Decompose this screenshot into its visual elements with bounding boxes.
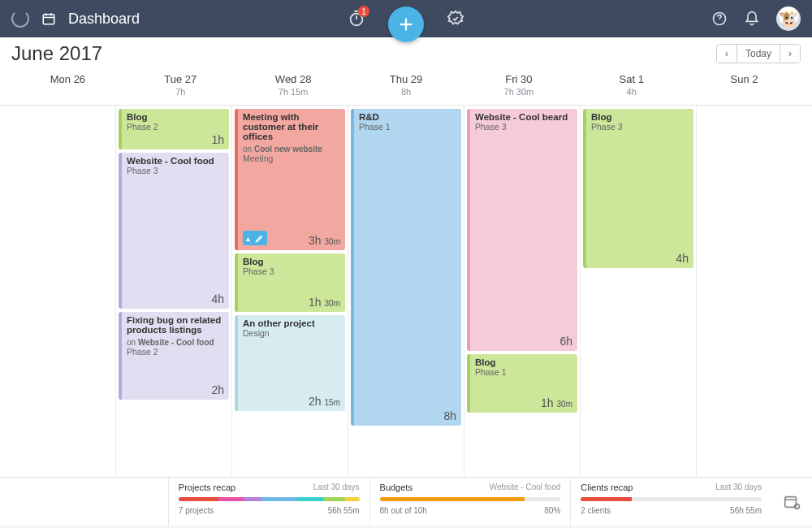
- pencil-icon[interactable]: [255, 234, 264, 243]
- event-duration: 1h: [211, 133, 224, 146]
- day-hours: 7h 15m: [237, 87, 350, 97]
- panel-meta: Last 30 days: [313, 483, 360, 492]
- event-card[interactable]: Fixing bug on related products listings …: [119, 312, 229, 400]
- day-header-row: Mon 26 Tue 277h Wed 287h 15m Thu 298h Fr…: [11, 70, 801, 105]
- day-column[interactable]: Blog Phase 2 1h Website - Cool food Phas…: [116, 106, 232, 477]
- event-sub: Phase 3: [127, 166, 224, 175]
- event-card[interactable]: R&D Phase 1 8h: [351, 109, 461, 426]
- event-on-prefix: on: [127, 338, 138, 347]
- panel-right: 80%: [544, 506, 560, 515]
- timer-button[interactable]: 1: [346, 8, 367, 29]
- bell-icon[interactable]: [744, 11, 760, 27]
- collapse-icon[interactable]: ▴: [246, 234, 250, 243]
- event-card[interactable]: Website - Cool beard Phase 3 6h: [467, 109, 577, 351]
- event-card[interactable]: Blog Phase 3 1h 30m: [235, 253, 345, 312]
- event-sub: Phase 1: [475, 367, 572, 377]
- day-column[interactable]: Website - Cool beard Phase 3 6h Blog Pha…: [464, 106, 581, 477]
- event-sub: Phase 2: [127, 347, 224, 357]
- event-title: Website - Cool food: [127, 156, 224, 166]
- calendar-settings-icon[interactable]: [771, 478, 812, 526]
- projects-recap-panel[interactable]: Projects recapLast 30 days 7 projects56h…: [168, 478, 369, 526]
- panel-meta: Website - Cool food: [490, 483, 561, 492]
- add-button[interactable]: [388, 6, 424, 42]
- topbar-right: 🐮: [711, 6, 812, 31]
- date-nav: ‹ Today ›: [716, 44, 801, 63]
- today-button[interactable]: Today: [737, 45, 780, 63]
- event-edit-pill[interactable]: ▴: [243, 231, 267, 245]
- panel-right: 56h 55m: [328, 506, 360, 515]
- event-sub: Design: [243, 328, 340, 338]
- event-duration: 6h: [559, 335, 572, 348]
- event-sub: Phase 3: [243, 266, 340, 276]
- panel-meta: Last 30 days: [715, 483, 762, 492]
- event-sub: Phase 1: [359, 122, 456, 132]
- avatar[interactable]: 🐮: [776, 6, 801, 31]
- day-label: Mon 26: [11, 73, 124, 85]
- day-hours: 8h: [350, 87, 463, 97]
- event-sub: Phase 3: [591, 122, 689, 132]
- day-column[interactable]: Meeting with customer at their offices o…: [232, 106, 348, 477]
- day-hours: 7h 30m: [462, 87, 575, 97]
- budgets-panel[interactable]: BudgetsWebsite - Cool food 8h out of 10h…: [369, 478, 571, 526]
- event-sub: Phase 2: [127, 122, 224, 132]
- event-card[interactable]: Blog Phase 1 1h 30m: [467, 354, 577, 413]
- panel-left: 7 projects: [179, 506, 214, 515]
- topbar-left: Dashboard: [0, 10, 140, 28]
- svg-rect-0: [43, 15, 54, 24]
- spinner-icon: [11, 10, 29, 28]
- day-label: Tue 27: [124, 73, 237, 85]
- event-on-prefix: on: [243, 145, 254, 154]
- event-card[interactable]: Blog Phase 3 4h: [583, 109, 693, 268]
- event-duration: 2h: [211, 383, 224, 396]
- event-duration: 3h 30m: [309, 234, 340, 247]
- footer: Projects recapLast 30 days 7 projects56h…: [0, 477, 812, 526]
- event-duration: 4h: [211, 292, 224, 305]
- help-icon[interactable]: [711, 11, 728, 27]
- event-duration: 2h 15m: [309, 395, 340, 408]
- panel-title: Projects recap: [179, 483, 235, 492]
- day-hours: 7h: [124, 87, 237, 97]
- event-on: Cool new website: [254, 145, 322, 154]
- day-column[interactable]: [697, 106, 812, 477]
- calendar-grid: Blog Phase 2 1h Website - Cool food Phas…: [0, 105, 812, 477]
- event-duration: 8h: [443, 409, 456, 422]
- day-column[interactable]: Blog Phase 3 4h: [581, 106, 697, 477]
- event-card[interactable]: Blog Phase 2 1h: [119, 109, 229, 149]
- day-label: Sat 1: [575, 73, 688, 85]
- projects-bar: [179, 497, 360, 501]
- subheader: June 2017 ‹ Today › Mon 26 Tue 277h Wed …: [0, 37, 812, 105]
- panel-title: Clients recap: [581, 483, 633, 492]
- panel-left: 8h out of 10h: [380, 506, 427, 515]
- event-duration: 4h: [676, 252, 689, 265]
- calendar-icon[interactable]: [41, 11, 57, 27]
- day-label: Sun 2: [688, 73, 801, 85]
- month-label: June 2017: [11, 42, 102, 65]
- next-week-button[interactable]: ›: [780, 45, 800, 63]
- day-label: Thu 29: [350, 73, 463, 85]
- event-duration: 1h 30m: [541, 396, 572, 409]
- event-card[interactable]: Meeting with customer at their offices o…: [235, 109, 345, 250]
- event-title: Meeting with customer at their offices: [243, 112, 340, 141]
- day-column[interactable]: R&D Phase 1 8h: [348, 106, 464, 477]
- event-card[interactable]: An other project Design 2h 15m: [235, 315, 345, 411]
- page-title: Dashboard: [68, 11, 140, 28]
- prev-week-button[interactable]: ‹: [717, 45, 737, 63]
- event-title: Fixing bug on related products listings: [127, 315, 224, 335]
- event-title: Blog: [475, 357, 572, 367]
- event-title: Blog: [127, 112, 224, 122]
- day-label: Wed 28: [237, 73, 350, 85]
- panel-left: 2 clients: [581, 506, 611, 515]
- topbar-center: 1: [346, 0, 466, 42]
- approve-button[interactable]: [445, 8, 466, 29]
- panel-right: 56h 55m: [730, 506, 762, 515]
- event-sub: Meeting: [243, 154, 340, 163]
- event-title: Blog: [591, 112, 689, 122]
- clients-recap-panel[interactable]: Clients recapLast 30 days 2 clients56h 5…: [570, 478, 771, 526]
- topbar: Dashboard 1 🐮: [0, 0, 812, 37]
- day-label: Fri 30: [462, 73, 575, 85]
- event-card[interactable]: Website - Cool food Phase 3 4h: [119, 153, 229, 309]
- day-column[interactable]: [0, 106, 116, 477]
- day-hours: 4h: [575, 87, 688, 97]
- event-title: Blog: [243, 257, 340, 266]
- panel-title: Budgets: [380, 483, 412, 492]
